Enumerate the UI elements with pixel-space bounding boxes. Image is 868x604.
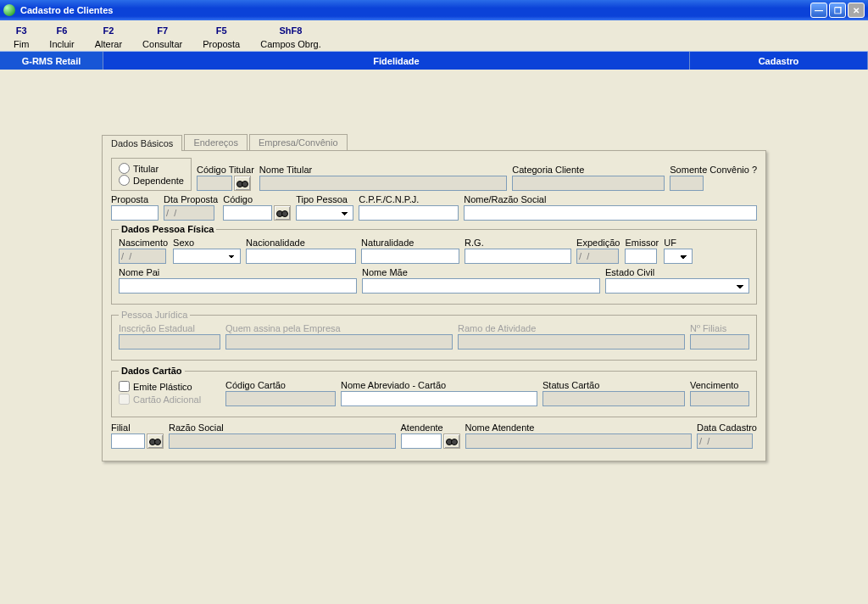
label-vencimento: Vencimento [690, 380, 749, 390]
legend-pessoa-fisica: Dados Pessoa Física [119, 224, 216, 234]
input-nome-pai[interactable] [119, 278, 357, 294]
label-filial: Filial [111, 422, 164, 433]
select-uf[interactable] [664, 249, 693, 264]
label-status-cartao: Status Cartão [542, 380, 685, 390]
label-expedicao: Expedição [576, 238, 620, 248]
tab-enderecos[interactable]: Endereços [184, 134, 248, 150]
window-title: Cadastro de Clientes [20, 5, 113, 15]
label-cpf-cnpj: C.P.F./C.N.P.J. [359, 194, 459, 204]
select-somente-convenio[interactable] [670, 176, 704, 191]
label-cartao-adicional: Cartão Adicional [133, 394, 201, 405]
checkbox-cartao-adicional [119, 394, 130, 405]
select-status-cartao[interactable] [542, 391, 685, 406]
label-nome-atendente: Nome Atendente [465, 422, 693, 433]
tab-dados-basicos[interactable]: Dados Básicos [102, 135, 182, 151]
label-nome-abreviado: Nome Abreviado - Cartão [341, 380, 537, 390]
tab-content: Titular Dependente Código Titular Nome T… [102, 150, 766, 461]
input-codigo-titular[interactable] [197, 176, 232, 191]
module-panel: G-RMS Retail Fidelidade Cadastro [0, 51, 868, 70]
input-data-cadastro[interactable] [697, 433, 753, 449]
label-categoria-cliente: Categoria Cliente [512, 165, 665, 175]
input-proposta[interactable] [111, 205, 159, 221]
input-inscricao-estadual [119, 334, 220, 350]
lookup-atendente-button[interactable] [443, 433, 460, 449]
panel-center: Fidelidade [103, 52, 690, 70]
binoculars-icon [149, 437, 161, 445]
label-ramo-atividade: Ramo de Atividade [458, 323, 685, 333]
input-nome-titular[interactable] [259, 176, 507, 191]
input-naturalidade[interactable] [361, 249, 459, 264]
input-vencimento[interactable] [690, 391, 749, 406]
label-sexo: Sexo [173, 238, 241, 248]
input-codigo-cartao[interactable] [225, 391, 336, 406]
input-expedicao[interactable] [576, 249, 619, 264]
toolbar-f5[interactable]: F5Proposta [203, 25, 240, 49]
lookup-codigo-button[interactable] [274, 205, 291, 221]
group-dados-cartao: Dados Cartão Emite Plástico Cartão Adici… [111, 366, 757, 417]
legend-dados-cartao: Dados Cartão [119, 366, 185, 376]
checkbox-emite-plastico[interactable] [119, 381, 130, 392]
label-estado-civil: Estado Civil [605, 267, 749, 277]
label-atendente: Atendente [401, 422, 460, 433]
label-dta-proposta: Dta Proposta [164, 194, 218, 204]
label-somente-convenio: Somente Convênio ? [670, 165, 757, 175]
label-tipo-pessoa: Tipo Pessoa [296, 194, 353, 204]
radio-dependente-label: Dependente [133, 176, 184, 186]
input-quem-assina [225, 334, 453, 350]
input-codigo[interactable] [223, 205, 272, 221]
toolbar-f3[interactable]: F3Fim [14, 25, 29, 49]
input-dta-proposta[interactable] [164, 205, 214, 221]
close-button[interactable]: ✕ [848, 3, 865, 18]
radio-dependente[interactable] [119, 175, 130, 186]
label-nome-titular: Nome Titular [259, 165, 507, 175]
label-inscricao-estadual: Inscrição Estadual [119, 323, 220, 333]
minimize-button[interactable]: — [810, 3, 827, 18]
input-nome-razao[interactable] [464, 205, 757, 221]
select-estado-civil[interactable] [605, 278, 749, 294]
input-nome-abreviado[interactable] [341, 391, 537, 406]
toolbar-f6[interactable]: F6Incluir [49, 25, 74, 49]
label-quem-assina: Quem assina pela Empresa [225, 323, 453, 333]
input-cpf-cnpj[interactable] [359, 205, 459, 221]
select-sexo[interactable] [173, 249, 241, 264]
input-rg[interactable] [465, 249, 571, 264]
toolbar-f7[interactable]: F7Consultar [142, 25, 182, 49]
label-rg: R.G. [465, 238, 571, 248]
lookup-filial-button[interactable] [147, 433, 164, 449]
label-nacionalidade: Nacionalidade [246, 238, 356, 248]
input-atendente[interactable] [401, 433, 442, 449]
maximize-button[interactable]: ❐ [829, 3, 846, 18]
lookup-titular-button[interactable] [234, 176, 251, 191]
app-icon [3, 4, 15, 16]
input-nacionalidade[interactable] [246, 249, 356, 264]
tab-empresa-convenio[interactable]: Empresa/Convênio [249, 134, 348, 150]
radio-titular-label: Titular [133, 164, 159, 174]
label-proposta: Proposta [111, 194, 159, 204]
input-filial[interactable] [111, 433, 145, 449]
radio-titular[interactable] [119, 163, 130, 174]
label-nascimento: Nascimento [119, 238, 168, 248]
label-nome-razao: Nome/Razão Social [464, 194, 757, 204]
toolbar-shf8[interactable]: ShF8Campos Obrg. [260, 25, 321, 49]
input-ramo-atividade [458, 334, 685, 350]
label-data-cadastro: Data Cadastro [697, 422, 757, 433]
panel-left: G-RMS Retail [0, 52, 103, 70]
label-codigo: Código [223, 194, 291, 204]
input-razao-social[interactable] [169, 433, 396, 449]
titlebar: Cadastro de Clientes — ❐ ✕ [0, 0, 868, 20]
input-emissor[interactable] [625, 249, 657, 264]
binoculars-icon [446, 437, 458, 445]
select-tipo-pessoa[interactable] [296, 205, 353, 221]
group-pessoa-juridica: Pessoa Jurídica Inscrição Estadual Quem … [111, 310, 757, 361]
label-emissor: Emissor [625, 238, 659, 248]
input-nascimento[interactable] [119, 249, 166, 264]
label-naturalidade: Naturalidade [361, 238, 459, 248]
legend-pessoa-juridica: Pessoa Jurídica [119, 310, 190, 320]
label-codigo-cartao: Código Cartão [225, 380, 336, 390]
toolbar-f2[interactable]: F2Alterar [95, 25, 122, 49]
label-razao-social: Razão Social [169, 422, 396, 433]
input-nome-atendente[interactable] [465, 433, 693, 449]
binoculars-icon [236, 179, 248, 187]
input-nome-mae[interactable] [362, 278, 600, 294]
select-categoria-cliente[interactable] [512, 176, 665, 191]
